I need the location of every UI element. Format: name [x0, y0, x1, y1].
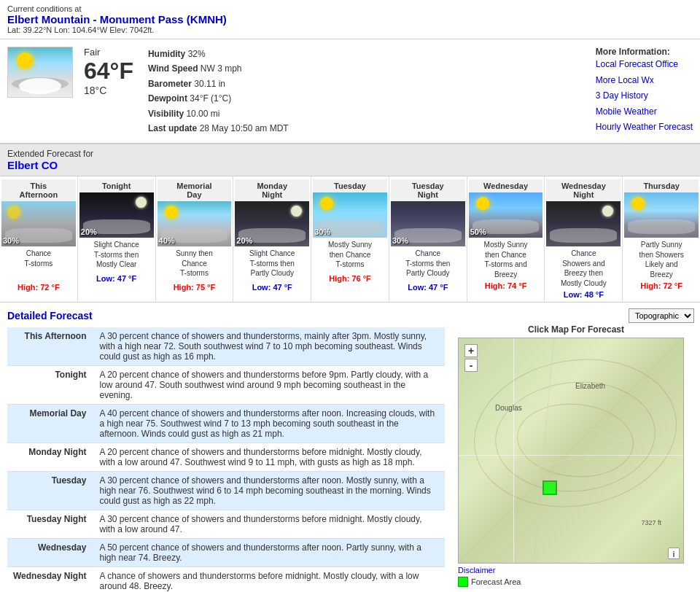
forecast-high: High: 72 °F: [624, 281, 699, 290]
day-name: Monday Night: [235, 179, 309, 201]
forecast-description: Slight Chance T-storms then Mostly Clear: [79, 238, 154, 274]
link-more-local-wx[interactable]: More Local Wx: [596, 73, 693, 89]
forecast-day-label: Memorial Day: [7, 405, 93, 443]
humidity-value: 32%: [188, 49, 206, 59]
dewpoint-label: Dewpoint: [148, 93, 187, 104]
humidity-row: Humidity 32%: [148, 47, 289, 61]
wind-value: NW 3 mph: [201, 63, 242, 74]
disclaimer-link[interactable]: Disclaimer: [458, 566, 495, 575]
forecast-image: 40%: [158, 201, 232, 246]
link-mobile-weather[interactable]: Mobile Weather: [596, 104, 693, 120]
humidity-label: Humidity: [148, 49, 185, 59]
map-type-select[interactable]: Standard Topographic Satellite: [629, 308, 694, 323]
map-label-elizabeth: Elizabeth: [575, 382, 605, 390]
more-info-title: More Information:: [596, 47, 693, 57]
temperature-block: Fair 64°F 18°C: [84, 47, 133, 96]
extended-label: Extended Forecast for: [7, 149, 693, 159]
forecast-table-row: Monday Night A 20 percent chance of show…: [7, 443, 445, 472]
map-disclaimer: Disclaimer: [458, 566, 694, 575]
more-info-section: More Information: Local Forecast Office …: [596, 47, 693, 136]
forecast-table-row: Tuesday A 30 percent chance of showers a…: [7, 472, 445, 510]
zoom-in-button[interactable]: +: [464, 344, 478, 357]
forecast-high: High: 76 °F: [313, 274, 387, 283]
map-section: Standard Topographic Satellite Click Map…: [452, 303, 700, 592]
forecast-table-row: Memorial Day A 40 percent chance of show…: [7, 405, 445, 443]
extended-location: Elbert CO: [7, 159, 693, 171]
barometer-row: Barometer 30.11 in: [148, 77, 289, 91]
map-label-douglas: Douglas: [495, 404, 522, 412]
forecast-day-label: Wednesday Night: [7, 567, 93, 592]
forecast-day-4: Tuesday 30% Mostly Sunny then Chance T-s…: [311, 176, 389, 302]
forecast-day-label: Tuesday: [7, 472, 93, 510]
coords: Lat: 39.22°N Lon: 104.64°W Elev: 7042ft.: [7, 26, 693, 34]
forecast-day-0: This Afternoon 30% Chance T-storms High:…: [0, 176, 78, 302]
day-name: Tuesday Night: [391, 179, 465, 201]
forecast-table-row: Tuesday Night A 30 percent chance of sho…: [7, 510, 445, 539]
forecast-detail-text: A 30 percent chance of showers and thund…: [93, 327, 445, 366]
forecast-low: Low: 47 °F: [79, 274, 154, 283]
day-name: This Afternoon: [1, 179, 76, 201]
day-name: Memorial Day: [158, 179, 232, 201]
station-name: Elbert Mountain - Monument Pass (KMNH): [7, 13, 693, 26]
forecast-day-label: Tuesday Night: [7, 510, 93, 539]
link-3day-history[interactable]: 3 Day History: [596, 88, 693, 104]
temp-celsius: 18°C: [84, 85, 133, 96]
forecast-day-2: Memorial Day 40% Sunny then Chance T-sto…: [156, 176, 234, 302]
zoom-out-button[interactable]: -: [464, 359, 478, 372]
detailed-forecast-title: Detailed Forecast: [7, 310, 445, 322]
forecast-image: 30%: [391, 201, 465, 246]
day-name: Thursday: [624, 179, 699, 192]
forecast-detail-text: A 20 percent chance of showers and thund…: [93, 366, 445, 405]
forecast-table-row: Wednesday Night A chance of showers and …: [7, 567, 445, 592]
forecast-image: 50%: [469, 192, 543, 238]
forecast-day-label: Monday Night: [7, 443, 93, 472]
forecast-image: 20%: [235, 201, 309, 246]
forecast-image: 30%: [1, 201, 76, 246]
forecast-day-8: Thursday Partly Sunny then Showers Likel…: [623, 176, 700, 302]
forecast-detail-text: A 50 percent chance of showers and thund…: [93, 539, 445, 567]
day-name: Wednesday: [469, 179, 543, 192]
map-click-label: Click Map For Forecast: [458, 324, 694, 335]
forecast-image: [624, 192, 699, 238]
forecast-detail-text: A 30 percent chance of showers and thund…: [93, 510, 445, 539]
forecast-image: 30%: [313, 192, 387, 238]
bottom-section: Detailed Forecast This Afternoon A 30 pe…: [0, 303, 700, 592]
forecast-high: High: 72 °F: [1, 283, 76, 292]
forecast-area-legend: Forecast Area: [458, 577, 694, 587]
forecast-description: Slight Chance T-storms then Partly Cloud…: [235, 246, 309, 283]
forecast-table: This Afternoon A 30 percent chance of sh…: [7, 327, 445, 592]
map-info-button[interactable]: i: [668, 548, 680, 559]
day-name: Tuesday: [313, 179, 387, 192]
forecast-day-label: Wednesday: [7, 539, 93, 567]
map-container[interactable]: Elizabeth Douglas 7327 ft + - i: [458, 338, 684, 564]
link-local-forecast-office[interactable]: Local Forecast Office: [596, 57, 693, 73]
wind-row: Wind Speed NW 3 mph: [148, 61, 289, 76]
wind-label: Wind Speed: [148, 63, 198, 74]
dewpoint-value: 34°F (1°C): [190, 93, 231, 104]
forecast-description: Chance T-storms: [1, 246, 76, 283]
forecast-day-3: Monday Night 20% Slight Chance T-storms …: [233, 176, 311, 302]
forecast-day-label: This Afternoon: [7, 327, 93, 366]
current-conditions-label: Current conditions at: [7, 4, 693, 13]
forecast-area-marker[interactable]: [542, 480, 557, 495]
link-hourly-forecast[interactable]: Hourly Weather Forecast: [596, 120, 693, 136]
forecast-day-5: Tuesday Night 30% Chance T-storms then P…: [389, 176, 467, 302]
condition-text: Fair: [84, 47, 133, 58]
forecast-high: High: 75 °F: [158, 283, 232, 292]
current-weather-panel: Fair 64°F 18°C Humidity 32% Wind Speed N…: [0, 39, 700, 144]
barometer-label: Barometer: [148, 79, 192, 89]
legend-box: [458, 577, 468, 587]
forecast-description: Mostly Sunny then Chance T-storms: [313, 238, 387, 274]
forecast-high: High: 74 °F: [469, 281, 543, 290]
forecast-day-6: Wednesday 50% Mostly Sunny then Chance T…: [467, 176, 545, 302]
forecast-table-row: This Afternoon A 30 percent chance of sh…: [7, 327, 445, 366]
forecast-day-label: Tonight: [7, 366, 93, 405]
forecast-detail-text: A chance of showers and thunderstorms be…: [93, 567, 445, 592]
visibility-label: Visibility: [148, 109, 184, 119]
page-header: Current conditions at Elbert Mountain - …: [0, 0, 700, 39]
barometer-value: 30.11 in: [194, 79, 225, 89]
forecast-description: Chance T-storms then Partly Cloudy: [391, 246, 465, 283]
forecast-description: Mostly Sunny then Chance T-storms and Br…: [469, 238, 543, 281]
visibility-row: Visibility 10.00 mi: [148, 106, 289, 121]
forecast-low: Low: 47 °F: [235, 283, 309, 292]
